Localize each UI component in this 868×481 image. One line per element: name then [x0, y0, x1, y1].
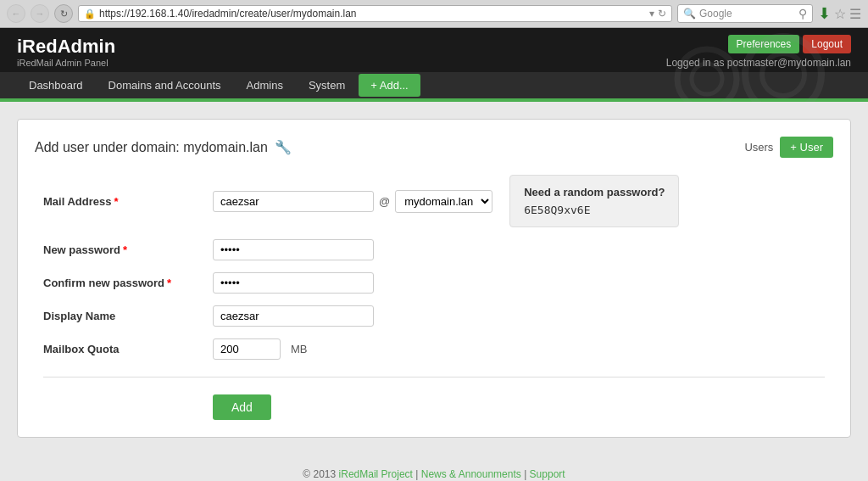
app-header: iRedAdmin iRedMail Admin Panel Preferenc…: [0, 28, 868, 102]
form-divider: [43, 377, 825, 378]
mail-address-row: Mail Address* @ mydomain.lan Need a rand…: [43, 175, 825, 227]
mb-unit: MB: [291, 343, 308, 355]
logout-button[interactable]: Logout: [803, 35, 851, 53]
random-password-title: Need a random password?: [524, 186, 665, 199]
new-password-label: New password*: [43, 243, 213, 256]
wrench-icon: 🔧: [275, 139, 292, 155]
brand-title: iRedAdmin: [17, 36, 115, 58]
mailbox-quota-label: Mailbox Quota: [43, 343, 213, 355]
forward-button[interactable]: →: [31, 4, 49, 23]
required-mark-3: *: [167, 277, 171, 289]
required-mark-2: *: [123, 243, 127, 256]
green-bar: [0, 98, 868, 102]
panel-title-text: Add user under domain: mydomain.lan: [35, 140, 268, 155]
footer-support[interactable]: Support: [530, 468, 565, 480]
footer-links: © 2013 iRedMail Project | News & Announm…: [14, 468, 854, 480]
panel-header: Add user under domain: mydomain.lan 🔧 Us…: [35, 137, 833, 158]
browser-toolbar: ← → ↻ 🔒 https://192.168.1.40/iredadmin/c…: [0, 0, 868, 27]
star-icon[interactable]: ☆: [834, 6, 846, 22]
brand: iRedAdmin iRedMail Admin Panel: [17, 36, 115, 68]
mailbox-quota-controls: MB: [213, 338, 308, 360]
new-password-controls: [213, 239, 374, 260]
header-buttons: Preferences Logout: [728, 35, 851, 53]
at-sign: @: [379, 195, 390, 208]
mail-address-label: Mail Address*: [43, 195, 213, 208]
url-text: https://192.168.1.40/iredadmin/create/us…: [99, 8, 646, 20]
nav-admins[interactable]: Admins: [235, 72, 295, 98]
header-top: iRedAdmin iRedMail Admin Panel Preferenc…: [0, 28, 868, 72]
dropdown-icon: ▾: [649, 8, 654, 20]
address-bar[interactable]: 🔒 https://192.168.1.40/iredadmin/create/…: [78, 5, 672, 22]
users-link[interactable]: Users: [744, 141, 773, 154]
mailbox-quota-input[interactable]: [213, 338, 281, 360]
footer: © 2013 iRedMail Project | News & Announm…: [0, 455, 868, 481]
nav-system[interactable]: System: [297, 72, 357, 98]
form-section: Mail Address* @ mydomain.lan Need a rand…: [35, 175, 833, 420]
app-nav: Dashboard Domains and Accounts Admins Sy…: [0, 72, 868, 98]
panel-header-right: Users + User: [744, 137, 833, 158]
refresh-icon: ↻: [658, 8, 666, 20]
mailbox-quota-row: Mailbox Quota MB: [43, 338, 825, 360]
confirm-password-controls: [213, 272, 374, 294]
footer-news[interactable]: News & Announments: [421, 468, 521, 480]
logged-in-text: Logged in as postmaster@mydomain.lan: [666, 57, 851, 69]
display-name-controls: [213, 305, 374, 327]
add-button[interactable]: Add: [213, 394, 271, 420]
domain-select[interactable]: mydomain.lan: [395, 190, 492, 213]
display-name-row: Display Name: [43, 305, 825, 327]
nav-dashboard[interactable]: Dashboard: [17, 72, 95, 98]
download-icon[interactable]: ⬇: [818, 4, 831, 23]
lock-icon: 🔒: [84, 8, 96, 20]
new-password-row: New password*: [43, 239, 825, 260]
back-button[interactable]: ←: [7, 4, 25, 23]
random-password-box: Need a random password? 6E58Q9xv6E: [509, 175, 679, 227]
reload-button[interactable]: ↻: [54, 4, 73, 23]
search-placeholder: Google: [699, 8, 795, 20]
required-mark: *: [114, 195, 118, 208]
search-icon: 🔍: [683, 8, 696, 20]
display-name-input[interactable]: [213, 305, 374, 327]
search-magnify-icon: ⚲: [798, 7, 807, 20]
random-password-value: 6E58Q9xv6E: [524, 204, 665, 216]
mail-address-input[interactable]: [213, 191, 374, 212]
browser-chrome: ← → ↻ 🔒 https://192.168.1.40/iredadmin/c…: [0, 0, 868, 28]
main-content: Add user under domain: mydomain.lan 🔧 Us…: [0, 102, 868, 455]
header-right: Preferences Logout Logged in as postmast…: [666, 35, 851, 69]
confirm-password-row: Confirm new password*: [43, 272, 825, 294]
footer-copyright: © 2013: [303, 468, 336, 480]
search-bar[interactable]: 🔍 Google ⚲: [677, 4, 813, 23]
content-panel: Add user under domain: mydomain.lan 🔧 Us…: [17, 119, 851, 438]
confirm-password-input[interactable]: [213, 272, 374, 294]
address-right: ▾ ↻: [649, 8, 666, 20]
menu-icon[interactable]: ☰: [849, 6, 861, 22]
nav-add-button[interactable]: + Add...: [359, 74, 420, 97]
confirm-password-label: Confirm new password*: [43, 277, 213, 289]
add-user-button[interactable]: + User: [780, 137, 833, 158]
footer-brand[interactable]: iRedMail Project: [339, 468, 413, 480]
mail-address-controls: @ mydomain.lan: [213, 190, 492, 213]
display-name-label: Display Name: [43, 310, 213, 322]
nav-domains-accounts[interactable]: Domains and Accounts: [97, 72, 233, 98]
brand-subtitle: iRedMail Admin Panel: [17, 58, 115, 68]
browser-actions: ⬇ ☆ ☰: [818, 4, 861, 23]
form-actions: Add: [43, 394, 825, 420]
preferences-button[interactable]: Preferences: [728, 35, 800, 53]
new-password-input[interactable]: [213, 239, 374, 260]
panel-title: Add user under domain: mydomain.lan 🔧: [35, 139, 292, 155]
